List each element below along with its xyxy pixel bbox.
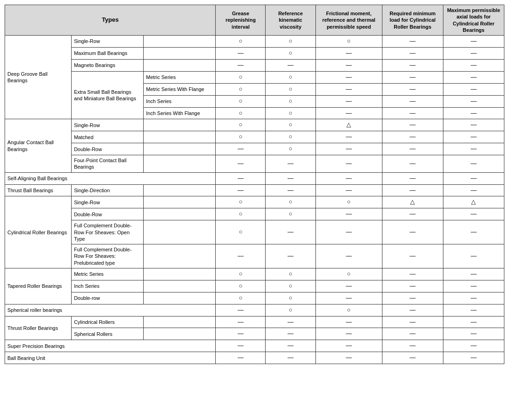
symbol-cell: — <box>382 208 443 220</box>
symbol-cell: ○ <box>315 196 382 208</box>
symbol-cell: — <box>382 107 443 119</box>
group-cell: Thrust Ball Bearings <box>5 184 72 196</box>
sub1-cell: Single-Row <box>72 119 144 131</box>
symbol-cell: — <box>443 59 504 71</box>
symbol-cell: — <box>315 48 382 60</box>
group-name-cell: Ball Bearing Unit <box>5 352 216 364</box>
table-row: Thrust Roller BearingsCylindrical Roller… <box>5 316 504 328</box>
symbol-cell: ○ <box>266 268 315 280</box>
single-row: Spherical roller bearings—○○—— <box>5 304 504 316</box>
sub2-cell <box>144 119 216 131</box>
symbol-cell: — <box>382 71 443 83</box>
sub1-cell: Four-Point Contact Ball Bearings <box>72 155 144 173</box>
symbol-cell: — <box>315 292 382 304</box>
symbol-cell: ○ <box>216 131 266 143</box>
symbol-cell: — <box>382 95 443 107</box>
sub1-cell: Single-Row <box>72 196 144 208</box>
group-cell: Thrust Roller Bearings <box>5 316 72 340</box>
symbol-cell: — <box>266 220 315 244</box>
symbol-cell: — <box>443 119 504 131</box>
table-row: Angular Contact Ball BearingsSingle-Row○… <box>5 119 504 131</box>
symbol-cell: — <box>266 59 315 71</box>
table-row: Four-Point Contact Ball Bearings————— <box>5 155 504 173</box>
table-row: Full Complement Double-Row For Sheaves: … <box>5 244 504 268</box>
symbol-cell: — <box>382 328 443 340</box>
table-body: Deep Groove Ball BearingsSingle-Row○○○——… <box>5 36 504 364</box>
symbol-cell: — <box>382 292 443 304</box>
table-row: Double-Row—○——— <box>5 143 504 155</box>
table-row: Full Complement Double-Row For Sheaves: … <box>5 220 504 244</box>
symbol-cell: — <box>216 184 266 196</box>
symbol-cell: ○ <box>266 143 315 155</box>
sub2-cell <box>144 36 216 48</box>
symbol-cell: ○ <box>266 208 315 220</box>
symbol-cell: — <box>315 244 382 268</box>
sub1-cell: Single-Direction <box>72 184 144 196</box>
sub2-cell: Inch Series With Flange <box>144 107 216 119</box>
group-name-cell: Super Precision Bearings <box>5 340 216 352</box>
table-row: Matched○○——— <box>5 131 504 143</box>
header-row: Types Grease replenishing interval Refer… <box>5 5 504 36</box>
types-header: Types <box>5 5 216 36</box>
sub2-cell <box>144 292 216 304</box>
symbol-cell: — <box>382 83 443 95</box>
sub2-cell <box>144 143 216 155</box>
symbol-cell: — <box>443 208 504 220</box>
sub1-cell: Double-Row <box>72 208 144 220</box>
symbol-cell: ○ <box>266 107 315 119</box>
sub2-cell <box>144 48 216 60</box>
symbol-cell: △ <box>443 196 504 208</box>
sub1-cell: Metric Series <box>72 268 144 280</box>
symbol-cell: — <box>382 220 443 244</box>
symbol-cell: — <box>382 59 443 71</box>
sub1-cell: Cylindrical Rollers <box>72 316 144 328</box>
symbol-cell: — <box>315 131 382 143</box>
symbol-cell: — <box>443 172 504 184</box>
symbol-cell: — <box>382 340 443 352</box>
sub2-cell: Inch Series <box>144 95 216 107</box>
symbol-cell: — <box>382 268 443 280</box>
symbol-cell: — <box>216 340 266 352</box>
symbol-cell: — <box>315 208 382 220</box>
sub2-cell <box>144 131 216 143</box>
group-name-cell: Self-Aligning Ball Bearings <box>5 172 216 184</box>
symbol-cell: — <box>443 143 504 155</box>
symbol-cell: — <box>382 280 443 292</box>
symbol-cell: △ <box>382 196 443 208</box>
sub1-cell: Full Complement Double-Row For Sheaves: … <box>72 220 144 244</box>
symbol-cell: — <box>382 48 443 60</box>
symbol-cell: ○ <box>266 83 315 95</box>
symbol-cell: ○ <box>266 131 315 143</box>
symbol-cell: — <box>266 328 315 340</box>
symbol-cell: — <box>216 304 266 316</box>
symbol-cell: — <box>315 172 382 184</box>
sub1-cell: Inch Series <box>72 280 144 292</box>
group-cell: Tapered Roller Bearings <box>5 268 72 304</box>
group-cell: Cylindrical Roller Bearings <box>5 196 72 268</box>
symbol-cell: ○ <box>216 36 266 48</box>
symbol-cell: — <box>443 131 504 143</box>
symbol-cell: — <box>266 244 315 268</box>
table-row: Deep Groove Ball BearingsSingle-Row○○○—— <box>5 36 504 48</box>
symbol-cell: — <box>315 83 382 95</box>
sub1-cell: Double-Row <box>72 143 144 155</box>
symbol-cell: — <box>443 48 504 60</box>
sub2-cell <box>144 208 216 220</box>
symbol-cell: — <box>315 107 382 119</box>
symbol-cell: △ <box>315 119 382 131</box>
symbol-cell: — <box>266 172 315 184</box>
symbol-cell: — <box>266 155 315 173</box>
symbol-cell: — <box>443 155 504 173</box>
symbol-cell: ○ <box>216 292 266 304</box>
symbol-cell: ○ <box>266 48 315 60</box>
symbol-cell: — <box>315 71 382 83</box>
symbol-cell: ○ <box>266 71 315 83</box>
symbol-cell: — <box>315 280 382 292</box>
symbol-cell: — <box>443 36 504 48</box>
symbol-cell: — <box>315 155 382 173</box>
symbol-cell: — <box>382 155 443 173</box>
single-row: Super Precision Bearings————— <box>5 340 504 352</box>
symbol-cell: — <box>216 328 266 340</box>
symbol-cell: — <box>315 316 382 328</box>
sub2-cell: Metric Series <box>144 71 216 83</box>
